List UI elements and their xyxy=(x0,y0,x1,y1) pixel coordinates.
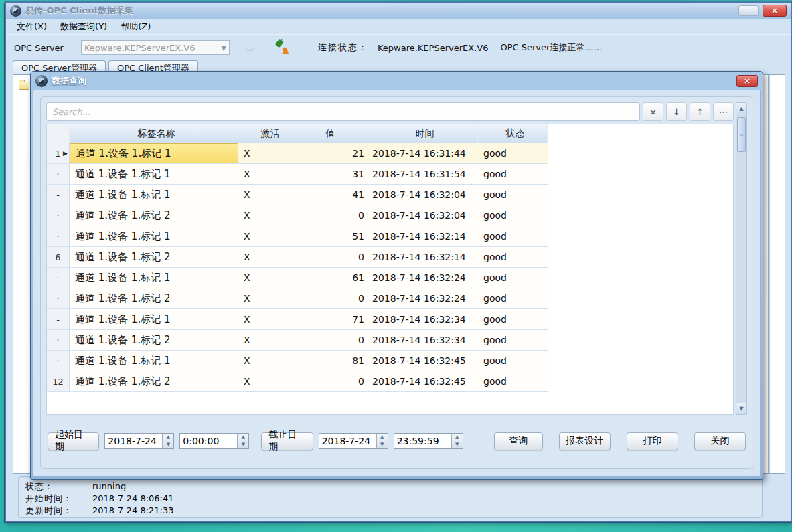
cell-tag-name[interactable]: 通道 1.设备 1.标记 1 xyxy=(70,226,238,246)
cell-tag-name[interactable]: 通道 1.设备 1.标记 1 xyxy=(70,268,238,288)
cell-value[interactable]: 0 xyxy=(297,371,368,391)
scroll-down-icon[interactable]: ▼ xyxy=(736,403,746,414)
cell-status[interactable]: good xyxy=(478,268,548,288)
query-button[interactable]: 查询 xyxy=(494,432,543,450)
column-header-time[interactable]: 时间 xyxy=(368,124,478,143)
spinner-arrows-icon[interactable]: ▲▼ xyxy=(162,434,173,448)
cell-status[interactable]: good xyxy=(478,205,548,226)
search-input[interactable] xyxy=(46,102,640,121)
table-row[interactable]: · 通道 1.设备 1.标记 1 X 31 2018-7-14 16:31:54… xyxy=(47,164,548,185)
arrow-down-button[interactable]: ↓ xyxy=(666,102,687,121)
cell-status[interactable]: good xyxy=(478,226,548,246)
minimize-button[interactable]: — xyxy=(738,5,759,16)
cell-value[interactable]: 31 xyxy=(297,164,368,184)
column-header-active[interactable]: 激活 xyxy=(238,124,297,143)
cell-time[interactable]: 2018-7-14 16:32:04 xyxy=(368,185,478,205)
column-header-value[interactable]: 值 xyxy=(297,124,368,143)
cell-tag-name[interactable]: 通道 1.设备 1.标记 2 xyxy=(70,371,238,391)
cell-time[interactable]: 2018-7-14 16:32:45 xyxy=(368,351,478,371)
start-time-value[interactable] xyxy=(180,434,237,448)
cell-time[interactable]: 2018-7-14 16:32:34 xyxy=(368,309,478,329)
menu-help[interactable]: 帮助(Z) xyxy=(115,19,156,34)
column-header-status[interactable]: 状态 xyxy=(478,124,548,143)
cell-status[interactable]: good xyxy=(478,330,548,350)
cell-active[interactable]: X xyxy=(238,185,297,205)
cell-active[interactable]: X xyxy=(238,309,297,329)
cell-active[interactable]: X xyxy=(238,330,297,350)
cell-time[interactable]: 2018-7-14 16:32:24 xyxy=(368,268,478,288)
table-row[interactable]: · 通道 1.设备 1.标记 1 X 81 2018-7-14 16:32:45… xyxy=(47,351,548,371)
table-row[interactable]: · 通道 1.设备 1.标记 2 X 0 2018-7-14 16:32:04 … xyxy=(47,205,548,226)
end-time-spinner[interactable]: ▲▼ xyxy=(394,433,463,449)
dialog-close-action-button[interactable]: 关闭 xyxy=(694,432,746,450)
cell-tag-name[interactable]: 通道 1.设备 1.标记 1 xyxy=(70,143,238,163)
cell-time[interactable]: 2018-7-14 16:32:45 xyxy=(368,371,478,391)
cell-status[interactable]: good xyxy=(478,309,548,329)
cell-value[interactable]: 61 xyxy=(297,268,368,288)
cell-value[interactable]: 21 xyxy=(297,143,368,163)
table-row[interactable]: 1 ▶ 通道 1.设备 1.标记 1 X 21 2018-7-14 16:31:… xyxy=(47,143,548,164)
print-button[interactable]: 打印 xyxy=(627,432,678,450)
scrollbar-thumb[interactable]: ≡ xyxy=(737,117,746,152)
cell-time[interactable]: 2018-7-14 16:32:24 xyxy=(368,288,478,308)
menu-file[interactable]: 文件(X) xyxy=(11,19,52,34)
table-row[interactable]: · 通道 1.设备 1.标记 2 X 0 2018-7-14 16:32:24 … xyxy=(47,288,548,309)
cell-active[interactable]: X xyxy=(238,164,297,184)
spinner-arrows-icon[interactable]: ▲▼ xyxy=(237,434,248,448)
arrow-up-button[interactable]: ↑ xyxy=(690,102,710,121)
connect-plug-icon[interactable] xyxy=(274,39,291,56)
cell-value[interactable]: 0 xyxy=(297,288,368,308)
cell-status[interactable]: good xyxy=(478,247,548,267)
cell-time[interactable]: 2018-7-14 16:31:44 xyxy=(368,143,478,163)
cell-status[interactable]: good xyxy=(478,288,548,308)
table-row[interactable]: 6 通道 1.设备 1.标记 2 X 0 2018-7-14 16:32:14 … xyxy=(47,247,548,268)
cell-active[interactable]: X xyxy=(238,351,297,371)
menu-data-query[interactable]: 数据查询(Y) xyxy=(55,19,112,34)
spinner-arrows-icon[interactable]: ▲▼ xyxy=(376,434,388,448)
end-date-value[interactable] xyxy=(319,434,376,448)
column-header-tag[interactable]: 标签名称 xyxy=(70,124,238,143)
cell-status[interactable]: good xyxy=(478,164,548,184)
table-row[interactable]: · 通道 1.设备 1.标记 1 X 61 2018-7-14 16:32:24… xyxy=(47,268,548,288)
cell-time[interactable]: 2018-7-14 16:32:34 xyxy=(368,330,478,350)
cell-value[interactable]: 0 xyxy=(297,205,368,226)
table-row[interactable]: 12 通道 1.设备 1.标记 2 X 0 2018-7-14 16:32:45… xyxy=(47,371,548,392)
cell-value[interactable]: 81 xyxy=(297,351,368,371)
start-date-value[interactable] xyxy=(105,434,162,448)
cell-active[interactable]: X xyxy=(238,288,297,308)
cell-tag-name[interactable]: 通道 1.设备 1.标记 2 xyxy=(70,288,238,308)
cell-time[interactable]: 2018-7-14 16:32:14 xyxy=(368,226,478,246)
cell-active[interactable]: X xyxy=(238,268,297,288)
cell-active[interactable]: X xyxy=(238,143,297,163)
clear-search-button[interactable]: × xyxy=(643,102,663,121)
cell-tag-name[interactable]: 通道 1.设备 1.标记 1 xyxy=(70,351,238,371)
cell-status[interactable]: good xyxy=(478,185,548,205)
cell-status[interactable]: good xyxy=(478,371,548,391)
cell-active[interactable]: X xyxy=(238,226,297,246)
cell-value[interactable]: 41 xyxy=(297,185,368,205)
cell-value[interactable]: 71 xyxy=(297,309,368,329)
cell-active[interactable]: X xyxy=(238,371,297,391)
cell-tag-name[interactable]: 通道 1.设备 1.标记 1 xyxy=(70,164,238,184)
cell-active[interactable]: X xyxy=(238,247,297,267)
cell-value[interactable]: 0 xyxy=(297,247,368,267)
cell-time[interactable]: 2018-7-14 16:31:54 xyxy=(368,164,478,184)
table-row[interactable]: · 通道 1.设备 1.标记 1 X 51 2018-7-14 16:32:14… xyxy=(47,226,548,247)
cell-time[interactable]: 2018-7-14 16:32:04 xyxy=(368,205,478,226)
report-design-button[interactable]: 报表设计 xyxy=(559,432,611,450)
end-time-value[interactable] xyxy=(394,434,451,448)
cell-tag-name[interactable]: 通道 1.设备 1.标记 1 xyxy=(70,309,238,329)
close-button[interactable]: × xyxy=(763,5,787,17)
spinner-arrows-icon[interactable]: ▲▼ xyxy=(451,434,463,448)
cell-status[interactable]: good xyxy=(478,351,548,371)
start-date-spinner[interactable]: ▲▼ xyxy=(104,433,174,449)
opc-server-combobox[interactable]: Kepware.KEPServerEX.V6 ▼ xyxy=(81,40,230,55)
cell-tag-name[interactable]: 通道 1.设备 1.标记 2 xyxy=(70,330,238,350)
cell-value[interactable]: 51 xyxy=(297,226,368,246)
cell-time[interactable]: 2018-7-14 16:32:14 xyxy=(368,247,478,267)
start-time-spinner[interactable]: ▲▼ xyxy=(179,433,249,449)
dialog-close-button[interactable]: × xyxy=(736,75,758,87)
end-date-spinner[interactable]: ▲▼ xyxy=(319,433,388,449)
cell-value[interactable]: 0 xyxy=(297,330,368,350)
table-row[interactable]: - 通道 1.设备 1.标记 1 X 41 2018-7-14 16:32:04… xyxy=(47,185,548,205)
